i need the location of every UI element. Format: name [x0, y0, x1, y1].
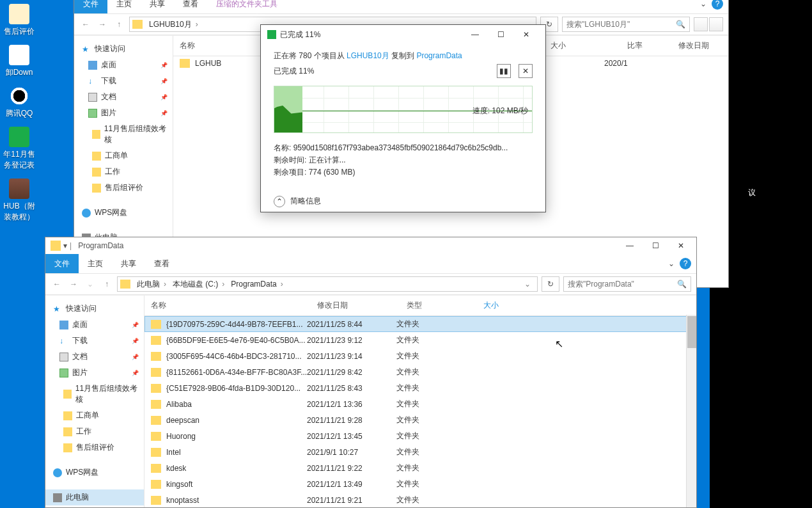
sidebar-item[interactable]: 售后组评价 [74, 180, 173, 196]
scrollbar[interactable] [686, 315, 696, 507]
table-row[interactable]: {3005F695-44C6-46b4-BDC3-281710...2021/1… [144, 348, 696, 364]
sidebar-downloads[interactable]: ↓下载📌 [45, 333, 144, 349]
table-row[interactable]: {81152661-0D6A-434e-BF7F-BC80A3F...2021/… [144, 364, 696, 380]
back-icon[interactable]: ← [51, 280, 63, 289]
table-row[interactable]: deepscan2021/11/21 9:28文件夹 [144, 412, 696, 428]
search-input[interactable] [566, 20, 676, 29]
folder-icon [151, 368, 161, 377]
dest-link[interactable]: ProgramData [416, 51, 462, 60]
sidebar-quick-access[interactable]: ★快速访问 [74, 41, 173, 57]
col-size[interactable]: 大小 [477, 296, 541, 315]
table-row[interactable]: kdesk2021/11/21 9:22文件夹 [144, 460, 696, 476]
desktop-icon[interactable]: 卸Down [0, 41, 38, 82]
search-icon[interactable]: 🔍 [676, 20, 685, 29]
refresh-icon[interactable]: ↻ [542, 276, 559, 292]
sidebar-wps[interactable]: WPS网盘 [45, 464, 144, 480]
sidebar-item[interactable]: 工作 [45, 424, 144, 440]
tab-home[interactable]: 主页 [79, 254, 112, 273]
table-row[interactable]: kingsoft2021/12/1 13:49文件夹 [144, 476, 696, 492]
tab-home[interactable]: 主页 [107, 0, 141, 13]
search-box[interactable]: 🔍 [563, 276, 691, 292]
tab-file[interactable]: 文件 [45, 254, 79, 273]
sidebar-item[interactable]: 售后组评价 [45, 440, 144, 456]
minimize-icon[interactable]: — [617, 237, 643, 254]
tab-file[interactable]: 文件 [74, 0, 107, 13]
table-row[interactable]: Huorong2021/12/1 13:45文件夹 [144, 428, 696, 444]
maximize-icon[interactable]: ☐ [488, 30, 513, 39]
sidebar-this-pc[interactable]: 此电脑 [45, 489, 144, 505]
sidebar-wps[interactable]: WPS网盘 [74, 205, 173, 221]
window-titlebar[interactable]: ▾ | ProgramData — ☐ ✕ [45, 237, 696, 254]
close-icon[interactable]: ✕ [513, 30, 539, 39]
tab-view[interactable]: 查看 [174, 0, 207, 13]
path-segment[interactable]: 本地磁盘 (C:) [170, 279, 227, 290]
sidebar-desktop[interactable]: 桌面📌 [45, 317, 144, 333]
table-row[interactable]: {66B5DF9E-E6E5-4e76-9E40-6C5B0A...2021/1… [144, 332, 696, 348]
recent-icon[interactable]: ⌄ [84, 280, 97, 289]
sidebar-pictures[interactable]: 图片📌 [74, 105, 173, 121]
search-icon[interactable]: 🔍 [677, 280, 687, 289]
ribbon-tabs: 文件 主页 共享 查看 压缩的文件夹工具 ⌄ ? [74, 0, 728, 13]
sidebar-item[interactable]: 工商单 [45, 408, 144, 424]
sidebar-desktop[interactable]: 桌面📌 [74, 57, 173, 73]
dialog-titlebar[interactable]: 已完成 11% — ☐ ✕ [261, 25, 545, 44]
chevron-up-icon: ⌃ [274, 196, 285, 207]
cancel-button[interactable]: ✕ [519, 64, 533, 78]
close-icon[interactable]: ✕ [668, 237, 694, 254]
forward-icon[interactable]: → [96, 20, 109, 29]
chevron-down-icon[interactable]: ⌄ [520, 280, 535, 289]
minimize-icon[interactable]: — [462, 30, 488, 39]
sidebar-documents[interactable]: 文档📌 [45, 349, 144, 365]
table-row[interactable]: Alibaba2021/12/1 13:36文件夹 [144, 396, 696, 412]
col-size[interactable]: 大小 [544, 36, 621, 56]
col-ratio[interactable]: 比率 [621, 36, 672, 56]
up-icon[interactable]: ↑ [113, 20, 125, 29]
search-input[interactable] [568, 280, 677, 289]
tab-view[interactable]: 查看 [145, 254, 178, 273]
sidebar-quick-access[interactable]: ★快速访问 [45, 301, 144, 317]
folder-icon [151, 496, 161, 505]
source-link[interactable]: LGHUB10月 [347, 51, 389, 60]
table-row[interactable]: knoptasst2021/11/21 9:21文件夹 [144, 492, 696, 507]
path-box[interactable]: 此电脑 本地磁盘 (C:) ProgramData ⌄ [117, 276, 538, 292]
help-icon[interactable]: ? [712, 0, 723, 10]
view-switcher[interactable] [694, 17, 723, 31]
col-date[interactable]: 修改日期 [311, 296, 400, 315]
sidebar-item[interactable]: 工作 [74, 164, 173, 180]
copy-icon [267, 30, 276, 39]
chevron-down-icon[interactable]: ⌄ [700, 0, 707, 8]
table-row[interactable]: {C51E7928-9B06-4fda-B1D9-30D120...2021/1… [144, 380, 696, 396]
forward-icon[interactable]: → [67, 280, 80, 289]
tab-share[interactable]: 共享 [112, 254, 145, 273]
column-headers[interactable]: 名称 修改日期 类型 大小 [144, 296, 696, 316]
sidebar-documents[interactable]: 文档📌 [74, 89, 173, 105]
pause-button[interactable]: ▮▮ [497, 64, 511, 78]
path-segment[interactable]: LGHUB10月 [146, 19, 201, 30]
desktop-icon[interactable]: 腾讯QQ [0, 82, 38, 123]
progress-text: 已完成 11% [274, 66, 314, 77]
sidebar-item[interactable]: 工商单 [74, 148, 173, 164]
sidebar-item[interactable]: 11月售后组绩效考核 [45, 381, 144, 408]
path-segment[interactable]: 此电脑 [134, 279, 169, 290]
table-row[interactable]: Intel2021/9/1 10:27文件夹 [144, 444, 696, 460]
sidebar-downloads[interactable]: ↓下载📌 [74, 73, 173, 89]
search-box[interactable]: 🔍 [562, 17, 690, 32]
tab-compressed[interactable]: 压缩的文件夹工具 [207, 0, 286, 13]
toggle-details[interactable]: ⌃ 简略信息 [274, 188, 533, 207]
desktop-icon[interactable]: HUB（附 装教程） [0, 175, 38, 226]
sidebar-pictures[interactable]: 图片📌 [45, 365, 144, 381]
table-row[interactable]: {19D70975-259C-4d44-9B78-7EEFB1...2021/1… [144, 316, 696, 332]
back-icon[interactable]: ← [79, 20, 92, 29]
col-modified[interactable]: 修改日期 [672, 36, 723, 56]
help-icon[interactable]: ? [680, 258, 691, 269]
up-icon[interactable]: ↑ [100, 280, 113, 289]
col-name[interactable]: 名称 [144, 296, 311, 315]
col-type[interactable]: 类型 [400, 296, 477, 315]
chevron-down-icon[interactable]: ⌄ [668, 259, 675, 268]
sidebar-item[interactable]: 11月售后组绩效考核 [74, 121, 173, 148]
maximize-icon[interactable]: ☐ [643, 237, 668, 254]
tab-share[interactable]: 共享 [141, 0, 174, 13]
path-segment[interactable]: ProgramData [228, 280, 285, 289]
desktop-icon[interactable]: 售后评价 [0, 0, 38, 41]
desktop-icon[interactable]: 年11月售 务登记表 [0, 123, 38, 175]
